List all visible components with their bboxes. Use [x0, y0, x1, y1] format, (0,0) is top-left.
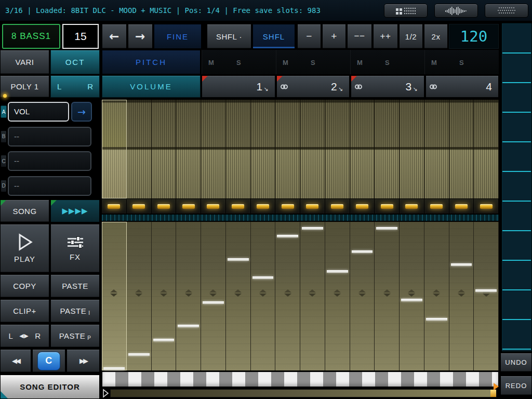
pitch-column[interactable] — [449, 222, 474, 370]
volume-column[interactable] — [424, 100, 449, 198]
volume-column[interactable] — [226, 100, 251, 198]
tab-oct[interactable]: OCT — [50, 50, 100, 74]
slot-tab-b[interactable]: B — [1, 130, 7, 143]
note-bar[interactable] — [475, 289, 497, 292]
section-cell[interactable]: 1↘ — [202, 75, 275, 98]
pitch-column[interactable] — [350, 222, 375, 370]
pitch-column[interactable] — [375, 222, 400, 370]
tab-volume[interactable]: VOLUME — [102, 75, 201, 98]
tab-vari[interactable]: VARI — [0, 50, 49, 74]
pan-lr-tab[interactable]: L R — [50, 75, 100, 98]
led-cell[interactable] — [127, 199, 152, 214]
pitch-column[interactable] — [152, 222, 177, 370]
link-icon[interactable] — [355, 84, 362, 89]
double-plus-button[interactable]: ++ — [373, 24, 398, 49]
led-cell[interactable] — [251, 199, 276, 214]
volume-column[interactable] — [275, 100, 300, 198]
slot-tab-a[interactable]: A — [1, 105, 7, 118]
song-overview-bar[interactable] — [102, 389, 499, 398]
solo-button[interactable]: S — [311, 58, 315, 66]
note-bar[interactable] — [203, 301, 224, 304]
mute-button[interactable]: M — [283, 58, 288, 66]
note-bar[interactable] — [103, 367, 125, 370]
volume-column[interactable] — [474, 100, 499, 198]
pitch-column[interactable] — [474, 222, 499, 370]
note-bar[interactable] — [352, 250, 373, 253]
play-button[interactable]: PLAY — [0, 224, 49, 273]
slot-assign-button[interactable]: → — [71, 102, 92, 122]
volume-column[interactable] — [251, 100, 276, 198]
slot-value-d[interactable]: -- — [8, 176, 91, 196]
led-cell[interactable] — [350, 199, 375, 214]
slot-value-b[interactable]: -- — [8, 127, 91, 147]
shuffle-button[interactable]: SHFL — [252, 24, 295, 49]
fine-button[interactable]: FINE — [154, 24, 202, 49]
section-cell[interactable]: 4 — [425, 75, 499, 98]
volume-column[interactable] — [127, 100, 152, 198]
song-chain-button[interactable]: ▶▶▶▶ — [50, 200, 100, 222]
song-editor-button[interactable]: SONG EDITOR — [0, 375, 100, 399]
paste-insert-button[interactable]: PASTE I — [50, 299, 100, 323]
matrix-view-button[interactable] — [485, 4, 528, 18]
tab-pitch[interactable]: PITCH — [102, 50, 201, 74]
led-cell[interactable] — [474, 199, 499, 214]
section-cell[interactable]: 2↘ — [276, 75, 350, 98]
note-bar[interactable] — [302, 227, 323, 230]
pattern-scrollbar[interactable] — [102, 371, 499, 387]
note-bar[interactable] — [451, 263, 472, 266]
solo-button[interactable]: S — [236, 58, 241, 66]
volume-column[interactable] — [201, 100, 226, 198]
tempo-display[interactable]: 120 — [449, 24, 499, 49]
note-bar[interactable] — [401, 299, 422, 301]
double-tempo-button[interactable]: 2x — [424, 24, 448, 49]
note-bar[interactable] — [128, 353, 150, 356]
pitch-column[interactable] — [176, 222, 201, 370]
led-cell[interactable] — [176, 199, 201, 214]
mute-button[interactable]: M — [357, 58, 363, 66]
volume-column[interactable] — [375, 100, 400, 198]
note-bar[interactable] — [153, 339, 175, 341]
paste-pattern-button[interactable]: PASTE P — [50, 324, 100, 348]
note-bar[interactable] — [426, 318, 447, 321]
mute-button[interactable]: M — [208, 58, 214, 66]
fx-button[interactable]: FX — [50, 224, 100, 273]
plus-button[interactable]: + — [322, 24, 346, 49]
pitch-column[interactable] — [226, 222, 251, 370]
note-bar[interactable] — [376, 227, 397, 230]
minus-button[interactable]: − — [297, 24, 321, 49]
led-cell[interactable] — [201, 199, 226, 214]
preset-button[interactable]: 8 BASS1 — [2, 24, 60, 49]
pattern-number-display[interactable]: 15 — [62, 24, 99, 49]
pitch-column[interactable] — [127, 222, 152, 370]
pitch-column[interactable] — [201, 222, 226, 370]
note-bar[interactable] — [228, 258, 249, 261]
rewind-button[interactable]: ◀◀ — [0, 349, 31, 373]
volume-column[interactable] — [152, 100, 177, 198]
pitch-column[interactable] — [275, 222, 300, 370]
shuffle-menu-button[interactable]: SHFL · — [207, 24, 251, 49]
led-cell[interactable] — [400, 199, 424, 214]
link-icon[interactable] — [281, 84, 288, 89]
prev-button[interactable]: ← — [102, 24, 127, 49]
pitch-column[interactable] — [325, 222, 350, 370]
volume-column[interactable] — [325, 100, 350, 198]
note-bar[interactable] — [252, 276, 274, 279]
clip-add-button[interactable]: CLIP+ — [0, 299, 49, 323]
led-cell[interactable] — [325, 199, 350, 214]
copy-button[interactable]: COPY — [0, 274, 49, 298]
volume-column[interactable] — [300, 100, 325, 198]
redo-button[interactable]: REDO — [500, 376, 532, 395]
led-cell[interactable] — [375, 199, 400, 214]
slot-tab-c[interactable]: C — [1, 155, 7, 167]
led-cell[interactable] — [424, 199, 449, 214]
tab-poly[interactable]: POLY 1 — [0, 75, 49, 98]
note-bar[interactable] — [277, 235, 298, 237]
mute-button[interactable]: M — [431, 58, 437, 66]
led-cell[interactable] — [102, 199, 127, 214]
note-bar[interactable] — [327, 270, 348, 273]
zoom-scroll-strip[interactable] — [502, 23, 531, 351]
pads-view-button[interactable] — [384, 4, 428, 18]
song-button[interactable]: SONG — [0, 200, 49, 222]
volume-column[interactable] — [449, 100, 474, 198]
paste-button[interactable]: PASTE — [50, 274, 100, 298]
